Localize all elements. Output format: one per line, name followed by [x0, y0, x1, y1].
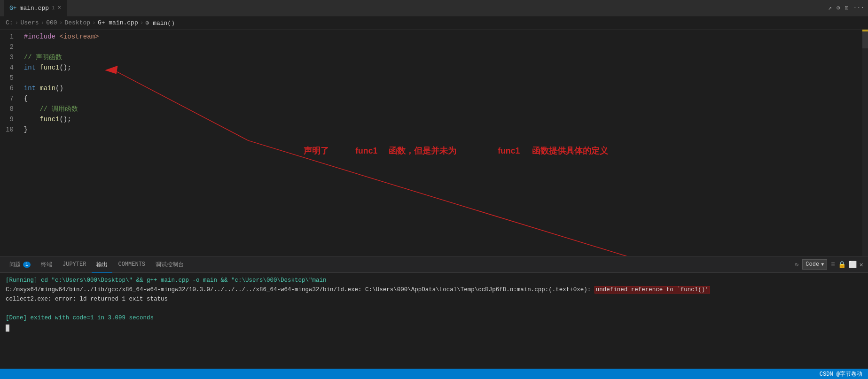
code-line-3: // 声明函数: [24, 52, 862, 62]
svg-text:函数提供具体的定义: 函数提供具体的定义: [532, 146, 609, 155]
code-line-7: {: [24, 93, 862, 104]
output-line-1: [Running] cd "c:\Users\000\Desktop\" && …: [6, 276, 862, 285]
code-line-8: // 调用函数: [24, 104, 862, 114]
output-line-2-path: C:/msys64/mingw64/bin/../lib/gcc/x86_64-…: [6, 286, 594, 293]
account-icon[interactable]: ⊙: [837, 4, 840, 12]
editor-area: 1 2 3 4 5 6 7 8 9 10 #include <iostream>…: [0, 30, 868, 256]
output-line-4: [6, 304, 862, 313]
output-line-1-text: [Running] cd "c:\Users\000\Desktop\" && …: [6, 277, 327, 284]
tab-output-label: 输出: [96, 261, 108, 269]
output-line-2-error: undefined reference to `func1()': [594, 286, 710, 294]
tab-problems[interactable]: 问题 1: [5, 256, 35, 273]
svg-text:func1: func1: [498, 146, 520, 155]
close-panel-icon[interactable]: ✕: [860, 261, 863, 269]
tab-filename: main.cpp: [20, 5, 49, 12]
code-line-1: #include <iostream>: [24, 31, 862, 42]
svg-text:函数，但是并未为: 函数，但是并未为: [389, 146, 456, 155]
output-line-3: collect2.exe: error: ld returned 1 exit …: [6, 294, 862, 304]
code-line-4: int func1();: [24, 62, 862, 73]
output-line-5: [Done] exited with code=1 in 3.099 secon…: [6, 313, 862, 323]
breadcrumb: C: › Users › 000 › Desktop › G+ main.cpp…: [0, 16, 868, 30]
status-csdn: CSDN @字节卷动: [820, 370, 862, 378]
breadcrumb-file[interactable]: G+ main.cpp: [98, 19, 138, 26]
minimap[interactable]: [862, 30, 868, 256]
panel-tab-right: ↻ Code ▼ ≡ 🔒 ⬜ ✕: [795, 259, 864, 270]
tab-debug-console[interactable]: 调试控制台: [151, 256, 188, 273]
output-line-5-text: [Done] exited with code=1 in 3.099 secon…: [6, 315, 154, 321]
code-line-10: }: [24, 124, 862, 135]
expand-icon[interactable]: ⬜: [849, 261, 857, 269]
tab-file-icon: G+: [9, 5, 17, 12]
svg-text:func1: func1: [355, 146, 377, 155]
lock-icon[interactable]: 🔒: [838, 261, 846, 269]
remote-icon[interactable]: ↗: [828, 4, 832, 12]
minimap-thumb: [862, 30, 868, 48]
code-line-5: [24, 73, 862, 83]
breadcrumb-desktop[interactable]: Desktop: [64, 19, 90, 26]
output-line-3-text: collect2.exe: error: ld returned 1 exit …: [6, 296, 168, 302]
tab-comments[interactable]: COMMENTS: [113, 256, 150, 273]
terminal-output[interactable]: [Running] cd "c:\Users\000\Desktop\" && …: [0, 273, 868, 369]
tab-problems-label: 问题: [9, 261, 21, 269]
tab-close-button[interactable]: ×: [58, 5, 61, 11]
tab-terminal-label: 终端: [41, 261, 52, 269]
refresh-icon[interactable]: ↻: [795, 261, 799, 268]
breadcrumb-function[interactable]: ⊙ main(): [146, 19, 175, 27]
layout-icon[interactable]: ⊡: [845, 4, 849, 12]
breadcrumb-000[interactable]: 000: [46, 19, 57, 26]
title-bar-actions: ↗ ⊙ ⊡ ···: [828, 4, 864, 12]
panel-tabs: 问题 1 终端 JUPYTER 输出 COMMENTS 调试控制台 ↻ Code…: [0, 256, 868, 273]
output-line-2: C:/msys64/mingw64/bin/../lib/gcc/x86_64-…: [6, 285, 862, 294]
code-line-6: int main(): [24, 83, 862, 93]
svg-line-2: [248, 140, 641, 256]
title-bar: G+ main.cpp 1 × ↗ ⊙ ⊡ ···: [0, 0, 868, 16]
tab-number: 1: [52, 5, 55, 11]
panel-action-icons: ≡ 🔒 ⬜ ✕: [831, 261, 863, 269]
tab-terminal[interactable]: 终端: [36, 256, 57, 273]
output-source-dropdown[interactable]: Code ▼: [802, 259, 827, 270]
dropdown-value: Code: [805, 261, 819, 268]
tab-debug-console-label: 调试控制台: [156, 261, 184, 269]
breadcrumb-drive[interactable]: C:: [6, 19, 13, 26]
chevron-down-icon: ▼: [821, 262, 824, 267]
tab-jupyter-label: JUPYTER: [63, 261, 86, 268]
problems-badge: 1: [23, 262, 31, 268]
code-line-2: [24, 42, 862, 52]
code-container: 1 2 3 4 5 6 7 8 9 10 #include <iostream>…: [0, 30, 868, 256]
terminal-cursor: [6, 325, 862, 334]
line-numbers: 1 2 3 4 5 6 7 8 9 10: [0, 30, 22, 256]
bottom-panel: 问题 1 终端 JUPYTER 输出 COMMENTS 调试控制台 ↻ Code…: [0, 256, 868, 369]
code-line-9: func1();: [24, 114, 862, 124]
breadcrumb-users[interactable]: Users: [20, 19, 39, 26]
editor-tab[interactable]: G+ main.cpp 1 ×: [4, 0, 67, 16]
code-editor[interactable]: #include <iostream> // 声明函数 int func1();…: [22, 30, 862, 256]
list-icon[interactable]: ≡: [831, 261, 835, 269]
status-bar: CSDN @字节卷动: [0, 369, 868, 379]
svg-text:声明了: 声明了: [304, 146, 329, 155]
more-icon[interactable]: ···: [853, 4, 864, 12]
tab-comments-label: COMMENTS: [118, 261, 145, 268]
tab-output[interactable]: 输出: [92, 256, 112, 273]
tab-jupyter[interactable]: JUPYTER: [58, 256, 91, 273]
